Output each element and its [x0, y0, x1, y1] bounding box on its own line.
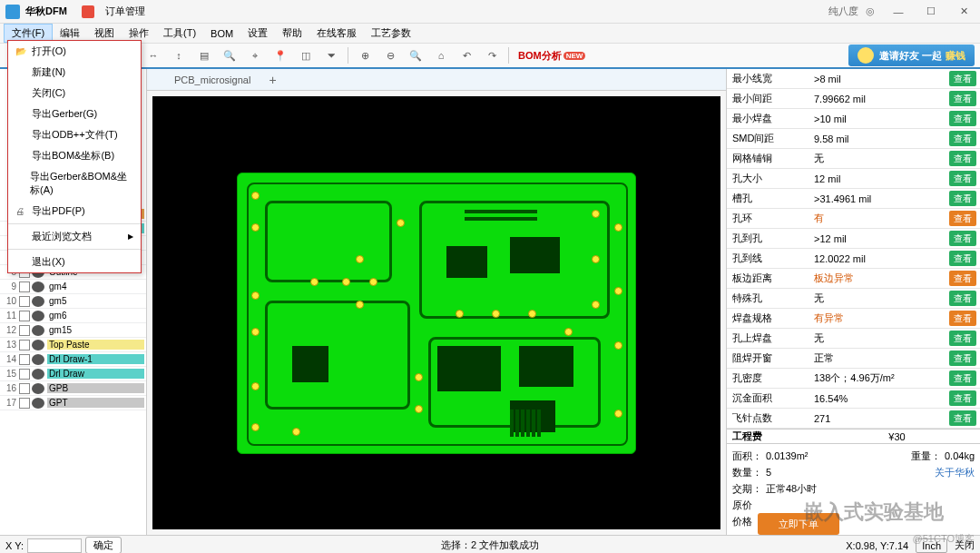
layer-checkbox[interactable]	[19, 325, 30, 336]
layer-row[interactable]: 17GPT	[0, 396, 146, 410]
menu-设置[interactable]: 设置	[240, 25, 275, 42]
prop-label: 飞针点数	[727, 411, 814, 425]
view-button[interactable]: 查看	[949, 131, 976, 146]
view-button[interactable]: 查看	[949, 71, 976, 86]
menu-帮助[interactable]: 帮助	[275, 25, 309, 42]
eye-icon[interactable]	[32, 325, 44, 336]
file-menu-item[interactable]: 关闭(C)	[8, 83, 141, 104]
view-button[interactable]: 查看	[949, 251, 976, 266]
document-tab[interactable]: PCB_microsignal	[165, 72, 260, 88]
menu-在线客服[interactable]: 在线客服	[309, 25, 364, 42]
layer-row[interactable]: 12gm15	[0, 323, 146, 338]
eye-icon[interactable]	[32, 311, 44, 321]
unit-toggle[interactable]: Inch	[916, 538, 947, 553]
view-button[interactable]: 查看	[949, 410, 976, 426]
view-button[interactable]: 查看	[949, 311, 976, 326]
view-button[interactable]: 查看	[949, 331, 976, 346]
view-button[interactable]: 查看	[949, 390, 976, 406]
layer-row[interactable]: 13Top Paste	[0, 338, 146, 352]
redo-icon[interactable]: ↷	[480, 45, 504, 65]
file-menu-item[interactable]: 新建(N)	[8, 62, 141, 83]
username[interactable]: 纯八度	[828, 5, 858, 18]
eye-icon[interactable]	[32, 383, 44, 394]
zoom-out-icon[interactable]: ⊖	[378, 45, 402, 65]
secondary-tab[interactable]: 订单管理	[105, 5, 145, 18]
layer-row[interactable]: 15Drl Draw	[0, 367, 146, 381]
maximize-button[interactable]: ☐	[915, 0, 947, 24]
file-menu-item[interactable]: 最近浏览文档▶	[8, 226, 141, 247]
eye-icon[interactable]	[32, 398, 44, 409]
file-menu-item[interactable]: 📂打开(O)	[8, 41, 141, 62]
view-button[interactable]: 查看	[949, 191, 976, 206]
eye-icon[interactable]	[32, 369, 44, 380]
layer-row[interactable]: 16GPB	[0, 381, 146, 396]
eye-icon[interactable]	[32, 354, 44, 365]
view-button[interactable]: 查看	[949, 91, 976, 106]
about-link[interactable]: 关于华秋	[935, 464, 975, 480]
layer-checkbox[interactable]	[19, 281, 30, 292]
layer-row[interactable]: 9gm4	[0, 280, 146, 294]
view-button[interactable]: 查看	[949, 370, 976, 386]
property-row: 焊盘规格有异常查看	[727, 309, 980, 329]
user-avatar-icon[interactable]: ◎	[866, 5, 875, 17]
menu-工艺参数[interactable]: 工艺参数	[364, 25, 418, 42]
zoom-in-icon[interactable]: ⊕	[353, 45, 377, 65]
arrow-h-icon[interactable]: ↔	[142, 45, 165, 65]
eye-icon[interactable]	[32, 340, 44, 351]
layer-row[interactable]: 11gm6	[0, 309, 146, 323]
view-button[interactable]: 查看	[949, 231, 976, 246]
xy-ok-button[interactable]: 确定	[85, 537, 122, 553]
order-now-button[interactable]: 立即下单	[758, 513, 839, 535]
file-menu-item[interactable]: 🖨导出PDF(P)	[8, 201, 141, 222]
close-button[interactable]: ✕	[947, 0, 980, 24]
file-menu-item[interactable]: 导出Gerber(G)	[8, 104, 141, 124]
layer-index: 14	[2, 354, 16, 364]
xy-input[interactable]	[27, 538, 82, 553]
mag-icon[interactable]: 🔍	[218, 45, 241, 65]
status-close[interactable]: 关闭	[955, 538, 975, 552]
view-button[interactable]: 查看	[949, 351, 976, 366]
eye-icon[interactable]	[32, 281, 44, 292]
add-tab-button[interactable]: +	[260, 70, 285, 90]
menu-BOM[interactable]: BOM	[203, 26, 240, 41]
layer-name: gm6	[47, 311, 144, 321]
property-row: 板边距离板边异常查看	[727, 269, 980, 289]
view-button[interactable]: 查看	[949, 211, 976, 226]
layer-checkbox[interactable]	[19, 398, 30, 409]
arrow-v-icon[interactable]: ↕	[167, 45, 191, 65]
pin-icon[interactable]: 📍	[269, 45, 292, 65]
fold-icon[interactable]: ⏷	[319, 45, 343, 65]
weight-label: 重量：	[911, 448, 941, 464]
file-menu-item[interactable]: 导出Gerber&BOM&坐标(A)	[8, 166, 141, 201]
layer-checkbox[interactable]	[19, 340, 30, 351]
prop-label: 孔到孔	[727, 232, 814, 245]
file-menu-item[interactable]: 导出BOM&坐标(B)	[8, 145, 141, 166]
layer-row[interactable]: 10gm5	[0, 294, 146, 309]
promo-banner[interactable]: 邀请好友 一起 赚钱	[848, 44, 975, 66]
layer-checkbox[interactable]	[19, 383, 30, 394]
layer-checkbox[interactable]	[19, 311, 30, 321]
view-button[interactable]: 查看	[949, 151, 976, 166]
menu-工具(T)[interactable]: 工具(T)	[156, 25, 203, 42]
home-icon[interactable]: ⌂	[429, 45, 453, 65]
eye-icon[interactable]	[32, 296, 44, 307]
bom-analyze-button[interactable]: BOM分析 NEW	[513, 47, 591, 64]
layer-row[interactable]: 14Drl Draw-1	[0, 352, 146, 367]
undo-icon[interactable]: ↶	[455, 45, 478, 65]
search-icon[interactable]: 🔍	[404, 45, 427, 65]
minimize-button[interactable]: —	[882, 0, 915, 24]
file-menu-item[interactable]: 退出(X)	[8, 252, 141, 272]
view-button[interactable]: 查看	[949, 291, 976, 306]
pcb-canvas[interactable]	[152, 96, 720, 529]
view-button[interactable]: 查看	[949, 271, 976, 286]
layer-checkbox[interactable]	[19, 369, 30, 380]
layer-name: Top Paste	[47, 340, 144, 350]
layer-checkbox[interactable]	[19, 354, 30, 365]
target-icon[interactable]: ⌖	[243, 45, 267, 65]
view-button[interactable]: 查看	[949, 171, 976, 186]
select-icon[interactable]: ◫	[294, 45, 318, 65]
view-button[interactable]: 查看	[949, 111, 976, 126]
align-icon[interactable]: ▤	[192, 45, 216, 65]
file-menu-item[interactable]: 导出ODB++文件(T)	[8, 124, 141, 145]
layer-checkbox[interactable]	[19, 296, 30, 307]
